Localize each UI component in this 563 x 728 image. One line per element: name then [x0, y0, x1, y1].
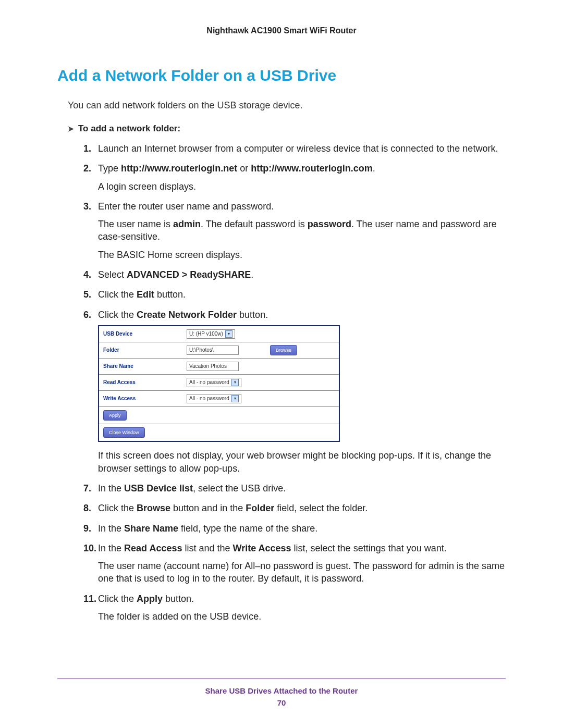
- step-4-pre: Select: [98, 269, 127, 280]
- step-10-b1: Read Access: [124, 543, 182, 553]
- step-3-p2b: . The default password is: [201, 219, 308, 229]
- footer-page-number: 70: [57, 698, 506, 707]
- step-8-pre: Click the: [98, 503, 137, 513]
- dialog-row-folder: Folder U:\Photos\ Browse: [99, 342, 339, 359]
- step-6-btn: Create Network Folder: [137, 310, 237, 320]
- dialog-row-share-name: Share Name Vacation Photos: [99, 359, 339, 375]
- step-8-b1: Browse: [137, 503, 170, 513]
- usb-device-value: U: (HP v100w): [189, 330, 223, 338]
- step-4-nav: ADVANCED > ReadySHARE: [127, 269, 251, 280]
- step-5-pre: Click the: [98, 289, 137, 300]
- step-4: Select ADVANCED > ReadySHARE.: [83, 268, 506, 281]
- step-3: Enter the router user name and password.…: [83, 200, 506, 261]
- step-5-btn: Edit: [137, 289, 154, 300]
- step-5: Click the Edit button.: [83, 288, 506, 301]
- dialog-apply-row: Apply: [99, 407, 339, 424]
- document-page: Nighthawk AC1900 Smart WiFi Router Add a…: [0, 0, 563, 728]
- procedure-heading: ➤ To add a network folder:: [68, 124, 506, 134]
- dialog-row-usb-device: USB Device U: (HP v100w) ▾: [99, 326, 339, 342]
- footer-chapter: Share USB Drives Attached to the Router: [57, 686, 506, 695]
- step-10-b2: Write Access: [233, 543, 291, 553]
- step-1: Launch an Internet browser from a comput…: [83, 142, 506, 155]
- dialog-close-row: Close Window: [99, 424, 339, 441]
- chevron-down-icon: ▾: [231, 379, 239, 386]
- step-2-mid: or: [237, 163, 251, 174]
- section-intro: You can add network folders on the USB s…: [68, 100, 506, 111]
- step-2-post: .: [373, 163, 375, 174]
- dialog-row-read-access: Read Access All - no password ▾: [99, 375, 339, 391]
- step-7-pre: In the: [98, 483, 124, 493]
- step-9: In the Share Name field, type the name o…: [83, 522, 506, 535]
- step-10-mid: list and the: [182, 543, 232, 553]
- write-access-label: Write Access: [103, 395, 187, 402]
- step-10-p2: The user name (account name) for All–no …: [98, 560, 506, 585]
- step-10-post: list, select the settings that you want.: [291, 543, 447, 553]
- browse-button[interactable]: Browse: [270, 345, 297, 355]
- step-2: Type http://www.routerlogin.net or http:…: [83, 162, 506, 193]
- procedure-heading-text: To add a network folder:: [78, 124, 180, 134]
- step-9-b: Share Name: [124, 523, 178, 534]
- step-7-b: USB Device list: [124, 483, 193, 493]
- step-11-b: Apply: [137, 594, 163, 604]
- step-5-post: button.: [154, 289, 186, 300]
- step-10-pre: In the: [98, 543, 124, 553]
- step-6-p2: If this screen does not display, your we…: [98, 449, 506, 475]
- footer-divider: [57, 678, 506, 679]
- triangle-icon: ➤: [68, 125, 74, 133]
- step-7-post: , select the USB drive.: [193, 483, 286, 493]
- step-8-b2: Folder: [246, 503, 274, 513]
- step-1-text: Launch an Internet browser from a comput…: [98, 143, 498, 154]
- chevron-down-icon: ▾: [231, 395, 239, 402]
- step-3-p2a: The user name is: [98, 219, 173, 229]
- step-3-password: password: [308, 219, 351, 229]
- read-access-value: All - no password: [189, 379, 229, 386]
- doc-header: Nighthawk AC1900 Smart WiFi Router: [57, 26, 506, 35]
- step-8-post: field, select the folder.: [274, 503, 368, 513]
- step-3-text: Enter the router user name and password.: [98, 201, 274, 212]
- chevron-down-icon: ▾: [225, 330, 232, 338]
- step-2-p2: A login screen displays.: [98, 180, 506, 193]
- step-9-post: field, type the name of the share.: [178, 523, 317, 534]
- step-3-p3: The BASIC Home screen displays.: [98, 249, 506, 261]
- step-8: Click the Browse button and in the Folde…: [83, 502, 506, 514]
- share-name-label: Share Name: [103, 363, 187, 370]
- write-access-value: All - no password: [189, 395, 229, 402]
- create-network-folder-dialog: USB Device U: (HP v100w) ▾ Folder U:\Pho…: [98, 325, 340, 442]
- step-8-mid: button and in the: [170, 503, 246, 513]
- step-4-post: .: [251, 269, 253, 280]
- step-2-url1: http://www.routerlogin.net: [121, 163, 237, 174]
- steps-list: Launch an Internet browser from a comput…: [83, 142, 506, 623]
- read-access-label: Read Access: [103, 379, 187, 386]
- step-3-admin: admin: [173, 219, 201, 229]
- folder-input[interactable]: U:\Photos\: [187, 346, 239, 355]
- close-window-button[interactable]: Close Window: [103, 427, 145, 438]
- apply-button[interactable]: Apply: [103, 410, 127, 421]
- step-11-p2: The folder is added on the USB device.: [98, 610, 506, 623]
- dialog-row-write-access: Write Access All - no password ▾: [99, 391, 339, 407]
- read-access-select[interactable]: All - no password ▾: [187, 378, 241, 387]
- step-11-post: button.: [163, 594, 194, 604]
- section-title: Add a Network Folder on a USB Drive: [57, 67, 506, 84]
- step-7: In the USB Device list, select the USB d…: [83, 482, 506, 495]
- page-footer: Share USB Drives Attached to the Router …: [57, 678, 506, 707]
- usb-device-label: USB Device: [103, 330, 187, 338]
- step-9-pre: In the: [98, 523, 124, 534]
- step-6-post: button.: [237, 310, 268, 320]
- step-3-p2: The user name is admin. The default pass…: [98, 218, 506, 243]
- share-name-input[interactable]: Vacation Photos: [187, 362, 239, 371]
- write-access-select[interactable]: All - no password ▾: [187, 394, 241, 403]
- step-2-url2: http://www.routerlogin.com: [251, 163, 372, 174]
- step-6-pre: Click the: [98, 310, 137, 320]
- step-6: Click the Create Network Folder button. …: [83, 309, 506, 475]
- usb-device-select[interactable]: U: (HP v100w) ▾: [187, 329, 235, 339]
- step-10: In the Read Access list and the Write Ac…: [83, 542, 506, 585]
- folder-label: Folder: [103, 347, 187, 354]
- step-11: Click the Apply button. The folder is ad…: [83, 593, 506, 623]
- step-11-pre: Click the: [98, 594, 137, 604]
- step-2-pre: Type: [98, 163, 121, 174]
